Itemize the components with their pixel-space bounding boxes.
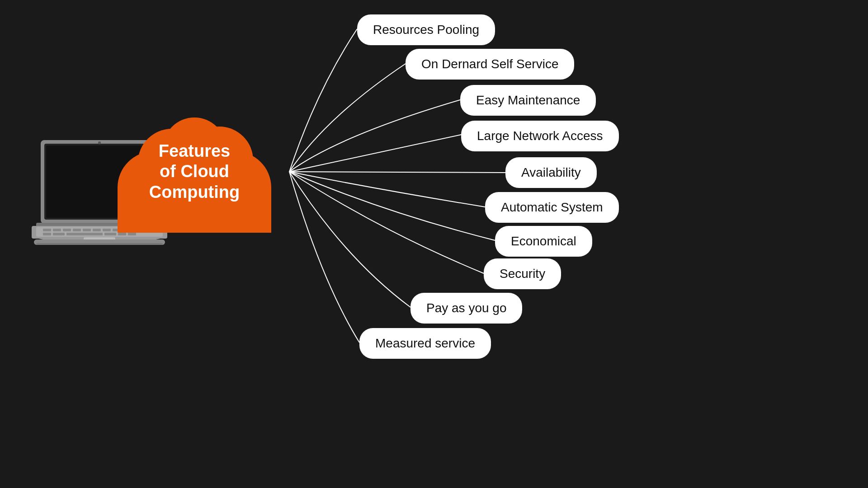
svg-rect-26 [36,243,163,245]
svg-rect-8 [43,229,51,231]
svg-rect-11 [73,229,81,231]
svg-rect-12 [83,229,91,231]
feature-large-network: Large Network Access [461,121,619,151]
svg-rect-20 [66,233,103,235]
svg-rect-9 [53,229,61,231]
feature-economical: Economical [495,226,592,257]
svg-rect-18 [43,233,51,235]
feature-automatic-system: Automatic System [485,192,619,223]
svg-rect-10 [63,229,71,231]
feature-security: Security [484,258,561,289]
cloud-label: Features of Cloud Computing [145,136,245,207]
feature-easy-maintenance: Easy Maintenance [460,85,596,116]
cloud-shape: Features of Cloud Computing [99,104,289,239]
feature-availability: Availability [505,157,597,188]
feature-resources-pooling: Resources Pooling [357,14,495,45]
feature-pay-as-you-go: Pay as you go [410,293,522,324]
feature-on-demand: On Dernard Self Service [406,49,574,80]
feature-measured-service: Measured service [359,328,491,359]
svg-rect-19 [53,233,65,235]
